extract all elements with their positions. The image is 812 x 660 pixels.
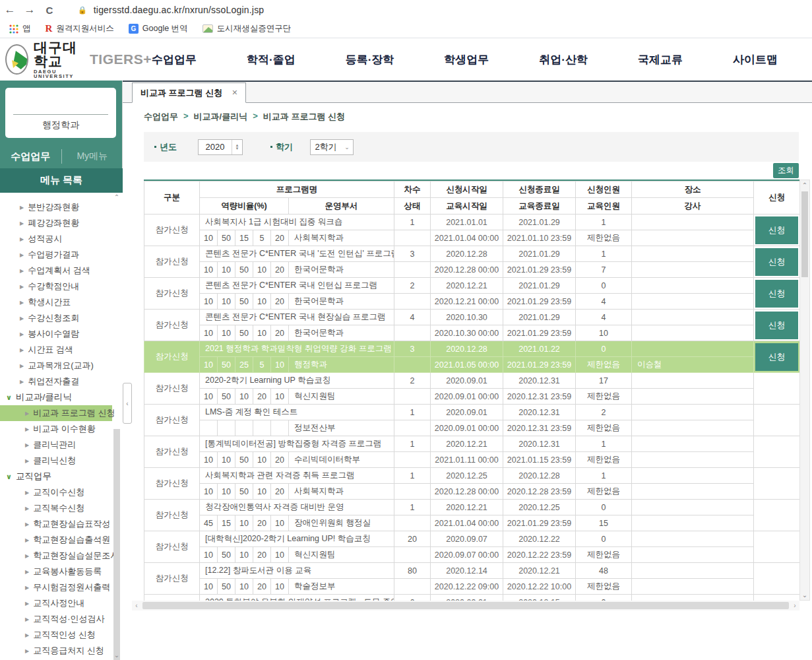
sidebar-menu-item[interactable]: ▶ 교직응급처지 신청 xyxy=(0,643,123,659)
sidebar-menu-item[interactable]: ▶ 시간표 검색 xyxy=(0,342,123,358)
spinner-arrows-icon[interactable]: ▲▼ xyxy=(232,140,242,154)
global-nav-item[interactable]: 등록·장학 xyxy=(346,52,394,67)
apply-button[interactable]: 신청 xyxy=(755,248,798,276)
sidebar-tab-lessons[interactable]: 수업업무 xyxy=(0,150,61,163)
sidebar-menu-item[interactable]: ▶ 학교현장실습출석원 xyxy=(0,532,123,548)
scroll-down-icon[interactable]: ⌄ xyxy=(800,590,809,600)
close-icon[interactable]: ✕ xyxy=(232,88,237,97)
sidebar-menu-item[interactable]: ▶ 클리닉신청 xyxy=(0,453,123,469)
global-nav-item[interactable]: 수업업무 xyxy=(152,52,197,67)
university-logo[interactable]: 대구대학교 DAEGU UNIVERSITY TIGERS+ xyxy=(5,40,152,79)
sidebar-menu-item[interactable]: ▶ 학교현장실습설문조사 xyxy=(0,548,123,564)
forward-icon[interactable]: → xyxy=(20,3,40,16)
row-edu-count: 제한없음 xyxy=(576,420,632,436)
apply-button[interactable]: 신청 xyxy=(755,280,798,308)
row-ratio: 20 xyxy=(271,452,289,468)
sidebar-menu-item[interactable]: ▶ 수강학점안내 xyxy=(0,279,123,294)
row-ratio: 10 xyxy=(200,547,218,563)
apply-button[interactable]: 신청 xyxy=(755,216,798,244)
scroll-down-icon[interactable]: ⌄ xyxy=(112,651,121,660)
row-ratio: 10 xyxy=(235,515,253,531)
sidebar-menu-item[interactable]: ▶ 교직적인성 신청 xyxy=(0,627,123,643)
global-nav-item[interactable]: 국제교류 xyxy=(638,52,683,67)
row-apply-start: 2020.12.14 xyxy=(431,563,503,579)
sidebar-menu-item[interactable]: ▶ 수업계획서 검색 xyxy=(0,263,123,279)
row-ratio: 10 xyxy=(200,230,218,246)
scroll-up-icon[interactable]: ⌃ xyxy=(112,193,121,202)
year-spinner[interactable]: 2020 ▲▼ xyxy=(198,139,243,155)
lock-icon[interactable]: 🔒 xyxy=(78,6,87,15)
scrollbar-thumb[interactable] xyxy=(801,191,808,277)
triangle-right-icon: ▶ xyxy=(25,616,29,622)
sidebar-menu-item[interactable]: ▶ 분반강좌현황 xyxy=(0,199,123,215)
bookmark-urban-research[interactable]: 도시재생실증연구단 xyxy=(203,23,292,34)
sidebar-menu-item[interactable]: ∨ 교직업무 xyxy=(0,469,123,484)
tab-program-apply[interactable]: 비교과 프로그램 신청 ✕ xyxy=(132,82,246,103)
table-row: 참가신청 2020 특화분야 융복합 인재양성 프로그램 - 토목 졸업생 6 … xyxy=(144,595,800,601)
scrollbar-thumb[interactable] xyxy=(142,602,789,609)
sidebar-scrollbar[interactable]: ⌃ ⌄ xyxy=(112,193,121,660)
sidebar-menu-item[interactable]: ▶ 성적공시 xyxy=(0,231,123,247)
sidebar-menu-item[interactable]: ▶ 취업전자출결 xyxy=(0,374,123,389)
sidebar-menu-item[interactable]: ▶ 폐강강좌현황 xyxy=(0,215,123,231)
semester-select[interactable]: 2학기 ⌄ xyxy=(310,139,354,155)
apply-button[interactable]: 신청 xyxy=(755,343,798,371)
row-apply-cell: 신청 xyxy=(754,246,800,278)
global-nav-item[interactable]: 학적·졸업 xyxy=(247,52,296,67)
sidebar-collapse-handle[interactable]: ‹ xyxy=(123,383,132,424)
sidebar-menu-item[interactable]: ▶ 교직이수신청 xyxy=(0,484,123,500)
sidebar-menu-item[interactable]: ▶ 수강신청조회 xyxy=(0,310,123,326)
sidebar-menu-item[interactable]: ▶ 교직사정안내 xyxy=(0,595,123,611)
search-button[interactable]: 조회 xyxy=(773,163,799,178)
global-nav-item[interactable]: 취업·산학 xyxy=(539,52,588,67)
sidebar-menu-item[interactable]: ▶ 비교과 프로그램 신청 xyxy=(0,405,112,421)
global-nav-item[interactable]: 사이트맵 xyxy=(733,52,778,67)
sidebar-menu-item[interactable]: ∨ 비교과/클리닉 xyxy=(0,389,123,405)
sidebar-menu-item[interactable]: ▶ 학생시간표 xyxy=(0,294,123,310)
sidebar-menu-item[interactable]: ▶ 교직복수신청 xyxy=(0,500,123,516)
bookmark-apps[interactable]: 앱 xyxy=(9,23,31,34)
row-ratio: 5 xyxy=(253,357,271,373)
scroll-left-icon[interactable]: ‹ xyxy=(132,602,141,609)
row-order: 2 xyxy=(394,373,431,389)
address-bar[interactable]: tigersstd.daegu.ac.kr/nxrun/ssoLogin.jsp xyxy=(94,5,265,15)
sidebar-tab-mymenu[interactable]: My메뉴 xyxy=(62,150,123,162)
sidebar-menu-item[interactable]: ▶ 교육봉사활동등록 xyxy=(0,564,123,579)
col-place: 장소 xyxy=(632,182,754,198)
back-icon[interactable]: ← xyxy=(0,3,20,16)
global-nav-item[interactable]: 학생업무 xyxy=(444,52,489,67)
sidebar-menu-item[interactable]: ▶ 교직적성·인성검사 xyxy=(0,611,123,627)
sidebar-menu-item[interactable]: ▶ 무시험검정원서출력 xyxy=(0,579,123,595)
table-vertical-scrollbar[interactable]: ⌃ ⌄ xyxy=(799,180,810,601)
row-place xyxy=(632,310,754,325)
row-ratio: 10 xyxy=(235,547,253,563)
row-apply-end: 2021.01.29 xyxy=(503,214,576,230)
scrollbar-thumb[interactable] xyxy=(113,429,120,660)
row-instructor xyxy=(632,547,754,563)
sidebar-menu-item[interactable]: ▶ 교과목개요(교과) xyxy=(0,358,123,374)
scroll-up-icon[interactable]: ⌃ xyxy=(800,180,809,190)
row-category: 참가신청 xyxy=(144,531,200,563)
row-order: 6 xyxy=(394,595,431,601)
row-edu-end: 2020.12.22 23:59 xyxy=(503,547,576,563)
row-ratio xyxy=(200,420,218,436)
sidebar-menu-item[interactable]: ▶ 수업평가결과 xyxy=(0,247,123,263)
row-ratio: 10 xyxy=(271,579,289,595)
bookmark-remote-support[interactable]: R 원격지원서비스 xyxy=(46,23,114,34)
col-status: 상태 xyxy=(394,198,431,214)
bookmark-google-translate[interactable]: G Google 번역 xyxy=(129,23,188,34)
row-ratio: 10 xyxy=(200,484,218,500)
triangle-right-icon: ▶ xyxy=(25,411,29,416)
reload-icon[interactable]: C xyxy=(40,5,59,16)
sidebar-menu-item[interactable]: ▶ 봉사이수열람 xyxy=(0,326,123,342)
row-ratio: 50 xyxy=(235,452,253,468)
sidebar-menu-item[interactable]: ▶ 클리닉관리 xyxy=(0,437,123,453)
table-horizontal-scrollbar[interactable]: ‹ › xyxy=(132,601,799,610)
triangle-right-icon: ▶ xyxy=(25,458,29,464)
row-edu-count: 7 xyxy=(576,262,632,278)
scroll-right-icon[interactable]: › xyxy=(790,602,799,609)
apply-button[interactable]: 신청 xyxy=(755,312,798,339)
row-order: 1 xyxy=(394,500,431,515)
sidebar-menu-item[interactable]: ▶ 비교과 이수현황 xyxy=(0,421,123,437)
sidebar-menu-item[interactable]: ▶ 학교현장실습표작성 xyxy=(0,516,123,532)
